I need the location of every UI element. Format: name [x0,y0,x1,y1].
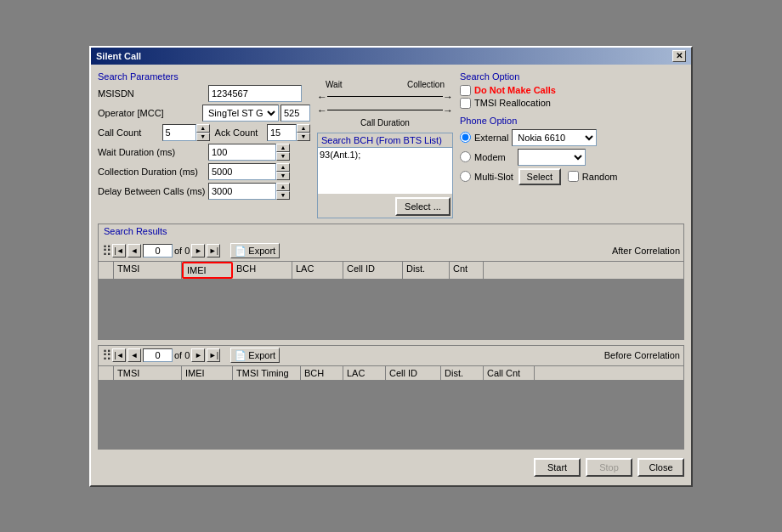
msisdn-input[interactable] [208,85,302,102]
nokia-select[interactable]: Nokia 6610 [512,129,597,146]
col-dist-bot: Dist. [441,366,484,380]
wait-duration-input[interactable] [208,144,276,161]
wait-duration-up[interactable]: ▲ [276,144,290,152]
export-btn-top[interactable]: 📄 Export [230,243,280,258]
modem-select[interactable] [518,149,586,166]
col-bch-bot: BCH [301,366,343,380]
title-bar: Silent Call ✕ [91,48,691,65]
nav-prev-btn-2[interactable]: ◄ [128,348,141,362]
before-correlation-section: ⠿ |◄ ◄ of 0 ► ►| 📄 Export Before Correla… [98,345,684,450]
before-correlation-table-body [99,381,683,449]
col-dist-top: Dist. [403,262,450,279]
tmsi-reallocation-label: TMSI Reallocation [474,98,551,108]
random-label: Random [582,172,618,182]
col-lac-bot: LAC [343,366,386,380]
window-title: Silent Call [96,51,141,61]
after-correlation-table-body [99,280,683,339]
collection-duration-up[interactable]: ▲ [276,163,290,172]
operator-code-input[interactable] [280,105,310,122]
nav-last-btn[interactable]: ►| [207,244,220,258]
call-duration-label: Call Duration [360,118,410,127]
export-label-top: Export [248,246,275,256]
bch-section-label: Search BCH (From BTS List) [318,133,452,147]
call-count-down[interactable]: ▼ [196,133,210,141]
col-imei-top: IMEI [182,262,233,279]
collection-duration-label: Collection Duration (ms) [98,167,208,177]
phone-option-label: Phone Option [460,116,684,126]
col-bch-top: BCH [233,262,292,279]
ack-count-up[interactable]: ▲ [297,124,310,133]
wait-duration-label: Wait Duration (ms) [98,147,208,157]
ack-count-input[interactable] [267,124,297,141]
msisdn-label: MSISDN [98,88,208,99]
nav-prev-btn[interactable]: ◄ [128,244,141,258]
after-correlation-section: Search Results ⠿ |◄ ◄ of 0 ► ►| 📄 Export… [98,224,684,340]
col-cnt-top: Cnt [450,262,484,279]
multi-slot-label: Multi-Slot [474,172,513,182]
col-tmsi-bot: TMSI [114,366,182,380]
search-params-label: Search Parameters [98,71,310,82]
bch-select-button[interactable]: Select ... [395,197,450,216]
nav-first-btn[interactable]: |◄ [112,244,126,258]
close-icon[interactable]: ✕ [672,50,686,62]
col-cellid-bot: Cell ID [386,366,441,380]
delay-down[interactable]: ▼ [276,191,290,200]
page-input-bottom[interactable] [143,348,173,362]
modem-label: Modem [474,152,506,162]
collection-duration-down[interactable]: ▼ [276,172,290,180]
export-btn-bottom[interactable]: 📄 Export [230,348,280,363]
export-label-bottom: Export [248,350,275,360]
external-label: External [474,133,508,143]
export-icon: 📄 [235,246,246,257]
external-radio[interactable] [460,132,471,143]
operator-label: Operator [MCC] [98,108,202,118]
after-correlation-label: After Correlation [612,246,680,256]
nav-next-btn-2[interactable]: ► [191,348,205,362]
col-tmsi-timing-bot: TMSI Timing [233,366,301,380]
col-imei-bot: IMEI [182,366,233,380]
nav-last-btn-2[interactable]: ►| [207,348,220,362]
before-correlation-table-header: TMSI IMEI TMSI Timing BCH LAC Cell ID Di… [99,366,683,381]
search-results-label: Search Results [99,224,683,238]
wait-duration-down[interactable]: ▼ [276,152,290,161]
delay-label: Delay Between Calls (ms) [98,186,208,196]
nav-first-btn-2[interactable]: |◄ [112,348,126,362]
start-button[interactable]: Start [534,458,581,477]
multi-slot-select-btn[interactable]: Select [518,168,561,185]
ack-count-down[interactable]: ▼ [297,133,310,141]
col-tmsi-top: TMSI [114,262,182,279]
col-lac-top: LAC [292,262,343,279]
call-count-up[interactable]: ▲ [196,124,210,133]
modem-radio[interactable] [460,151,471,162]
operator-select[interactable]: SingTel ST GSM [202,105,279,122]
ack-count-label: Ack Count [215,127,267,138]
before-correlation-toolbar: ⠿ |◄ ◄ of 0 ► ►| 📄 Export Before Correla… [99,346,683,366]
collection-label: Collection [407,80,445,89]
do-not-make-calls-checkbox[interactable] [460,85,471,96]
page-input-top[interactable] [143,244,173,258]
stop-button[interactable]: Stop [586,458,632,477]
before-correlation-label: Before Correlation [604,350,680,360]
page-of-bottom: of 0 [174,350,190,360]
delay-input[interactable] [208,183,276,200]
close-button[interactable]: Close [638,458,684,477]
toolbar-dots: ⠿ [102,243,110,259]
call-count-input[interactable] [162,124,196,141]
tmsi-reallocation-checkbox[interactable] [460,98,471,109]
do-not-make-calls-label: Do Not Make Calls [474,85,556,95]
call-count-label: Call Count [98,127,162,138]
main-window: Silent Call ✕ Search Parameters MSISDN O… [89,46,693,487]
export-icon-2: 📄 [235,350,246,361]
bch-textarea[interactable]: 93(Ant.1); [318,147,452,194]
multi-slot-radio[interactable] [460,171,471,182]
col-cellid-top: Cell ID [343,262,403,279]
random-checkbox[interactable] [568,171,579,182]
delay-up[interactable]: ▲ [276,183,290,191]
toolbar-dots-2: ⠿ [102,348,110,364]
collection-duration-input[interactable] [208,163,276,180]
search-option-label: Search Option [460,71,684,82]
page-of-top: of 0 [174,246,190,256]
after-correlation-toolbar: ⠿ |◄ ◄ of 0 ► ►| 📄 Export After Correlat… [99,241,683,262]
col-callcnt-bot: Call Cnt [484,366,535,380]
nav-next-btn[interactable]: ► [191,244,205,258]
